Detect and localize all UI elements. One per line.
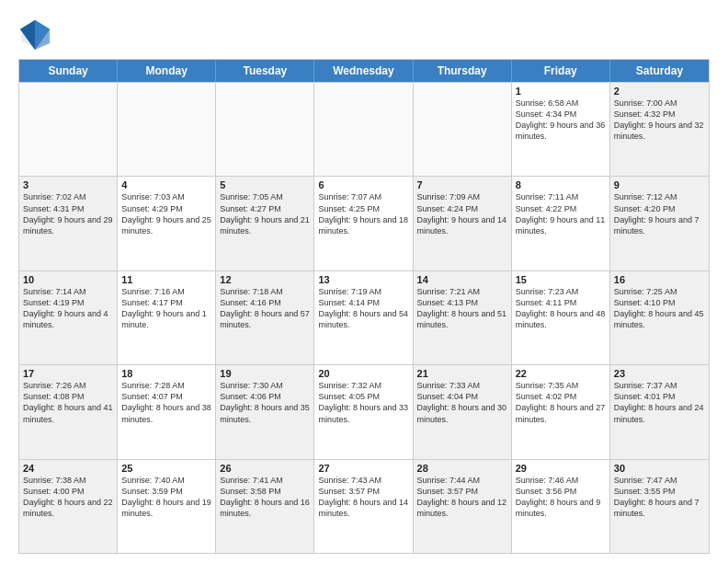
- page: SundayMondayTuesdayWednesdayThursdayFrid…: [0, 0, 728, 563]
- day-info: Sunrise: 7:00 AM Sunset: 4:32 PM Dayligh…: [614, 98, 705, 143]
- day-info: Sunrise: 7:46 AM Sunset: 3:56 PM Dayligh…: [516, 475, 606, 520]
- day-info: Sunrise: 7:37 AM Sunset: 4:01 PM Dayligh…: [614, 380, 705, 425]
- calendar-header: SundayMondayTuesdayWednesdayThursdayFrid…: [19, 60, 709, 82]
- day-number: 25: [121, 463, 211, 474]
- calendar: SundayMondayTuesdayWednesdayThursdayFrid…: [18, 59, 710, 554]
- calendar-row-0: 1Sunrise: 6:58 AM Sunset: 4:34 PM Daylig…: [19, 82, 709, 176]
- calendar-cell-4: 4Sunrise: 7:03 AM Sunset: 4:29 PM Daylig…: [118, 177, 216, 270]
- calendar-cell-7: 7Sunrise: 7:09 AM Sunset: 4:24 PM Daylig…: [414, 177, 512, 270]
- day-info: Sunrise: 7:43 AM Sunset: 3:57 PM Dayligh…: [318, 475, 408, 520]
- calendar-cell-24: 24Sunrise: 7:38 AM Sunset: 4:00 PM Dayli…: [19, 460, 118, 553]
- header-cell-saturday: Saturday: [610, 60, 709, 82]
- day-info: Sunrise: 7:16 AM Sunset: 4:17 PM Dayligh…: [121, 286, 211, 331]
- calendar-cell-22: 22Sunrise: 7:35 AM Sunset: 4:02 PM Dayli…: [512, 365, 610, 458]
- day-info: Sunrise: 7:09 AM Sunset: 4:24 PM Dayligh…: [417, 191, 507, 236]
- calendar-cell-empty-0-4: [414, 83, 512, 176]
- calendar-cell-21: 21Sunrise: 7:33 AM Sunset: 4:04 PM Dayli…: [414, 365, 512, 458]
- day-info: Sunrise: 7:30 AM Sunset: 4:06 PM Dayligh…: [220, 380, 310, 425]
- day-number: 5: [220, 179, 310, 190]
- day-number: 20: [318, 368, 408, 379]
- calendar-cell-16: 16Sunrise: 7:25 AM Sunset: 4:10 PM Dayli…: [610, 271, 709, 364]
- day-number: 7: [417, 179, 507, 190]
- day-number: 22: [516, 368, 606, 379]
- day-number: 2: [614, 86, 705, 97]
- calendar-cell-3: 3Sunrise: 7:02 AM Sunset: 4:31 PM Daylig…: [19, 177, 118, 270]
- day-info: Sunrise: 7:25 AM Sunset: 4:10 PM Dayligh…: [614, 286, 705, 331]
- day-info: Sunrise: 7:23 AM Sunset: 4:11 PM Dayligh…: [516, 286, 606, 331]
- logo-icon: [18, 18, 51, 52]
- day-number: 13: [318, 274, 408, 285]
- day-info: Sunrise: 7:03 AM Sunset: 4:29 PM Dayligh…: [121, 191, 211, 236]
- calendar-cell-23: 23Sunrise: 7:37 AM Sunset: 4:01 PM Dayli…: [610, 365, 709, 458]
- calendar-cell-27: 27Sunrise: 7:43 AM Sunset: 3:57 PM Dayli…: [314, 460, 413, 553]
- calendar-row-1: 3Sunrise: 7:02 AM Sunset: 4:31 PM Daylig…: [19, 176, 709, 270]
- calendar-cell-9: 9Sunrise: 7:12 AM Sunset: 4:20 PM Daylig…: [610, 177, 709, 270]
- day-number: 29: [516, 463, 606, 474]
- calendar-cell-26: 26Sunrise: 7:41 AM Sunset: 3:58 PM Dayli…: [216, 460, 314, 553]
- calendar-cell-11: 11Sunrise: 7:16 AM Sunset: 4:17 PM Dayli…: [118, 271, 216, 364]
- calendar-cell-29: 29Sunrise: 7:46 AM Sunset: 3:56 PM Dayli…: [512, 460, 610, 553]
- day-info: Sunrise: 7:40 AM Sunset: 3:59 PM Dayligh…: [121, 475, 211, 520]
- day-number: 17: [23, 368, 113, 379]
- day-number: 1: [516, 86, 606, 97]
- calendar-cell-12: 12Sunrise: 7:18 AM Sunset: 4:16 PM Dayli…: [216, 271, 314, 364]
- calendar-cell-6: 6Sunrise: 7:07 AM Sunset: 4:25 PM Daylig…: [314, 177, 413, 270]
- day-info: Sunrise: 7:35 AM Sunset: 4:02 PM Dayligh…: [516, 380, 606, 425]
- day-number: 6: [318, 179, 408, 190]
- day-info: Sunrise: 7:12 AM Sunset: 4:20 PM Dayligh…: [614, 191, 705, 236]
- calendar-cell-8: 8Sunrise: 7:11 AM Sunset: 4:22 PM Daylig…: [512, 177, 610, 270]
- day-number: 14: [417, 274, 507, 285]
- calendar-cell-10: 10Sunrise: 7:14 AM Sunset: 4:19 PM Dayli…: [19, 271, 118, 364]
- day-info: Sunrise: 7:11 AM Sunset: 4:22 PM Dayligh…: [516, 191, 606, 236]
- logo: [18, 18, 53, 52]
- calendar-cell-15: 15Sunrise: 7:23 AM Sunset: 4:11 PM Dayli…: [512, 271, 610, 364]
- day-number: 12: [220, 274, 310, 285]
- calendar-cell-empty-0-1: [118, 83, 216, 176]
- day-number: 27: [318, 463, 408, 474]
- calendar-cell-empty-0-2: [216, 83, 314, 176]
- day-info: Sunrise: 7:32 AM Sunset: 4:05 PM Dayligh…: [318, 380, 408, 425]
- calendar-cell-20: 20Sunrise: 7:32 AM Sunset: 4:05 PM Dayli…: [314, 365, 413, 458]
- header-cell-thursday: Thursday: [414, 60, 512, 82]
- day-info: Sunrise: 7:05 AM Sunset: 4:27 PM Dayligh…: [220, 191, 310, 236]
- day-info: Sunrise: 7:21 AM Sunset: 4:13 PM Dayligh…: [417, 286, 507, 331]
- calendar-row-3: 17Sunrise: 7:26 AM Sunset: 4:08 PM Dayli…: [19, 364, 709, 458]
- calendar-row-2: 10Sunrise: 7:14 AM Sunset: 4:19 PM Dayli…: [19, 270, 709, 364]
- day-number: 26: [220, 463, 310, 474]
- day-number: 10: [23, 274, 113, 285]
- calendar-cell-18: 18Sunrise: 7:28 AM Sunset: 4:07 PM Dayli…: [118, 365, 216, 458]
- calendar-cell-1: 1Sunrise: 6:58 AM Sunset: 4:34 PM Daylig…: [512, 83, 610, 176]
- calendar-row-4: 24Sunrise: 7:38 AM Sunset: 4:00 PM Dayli…: [19, 459, 709, 553]
- day-info: Sunrise: 7:19 AM Sunset: 4:14 PM Dayligh…: [318, 286, 408, 331]
- day-info: Sunrise: 7:41 AM Sunset: 3:58 PM Dayligh…: [220, 475, 310, 520]
- header-cell-sunday: Sunday: [19, 60, 118, 82]
- day-number: 4: [121, 179, 211, 190]
- day-number: 18: [121, 368, 211, 379]
- calendar-cell-19: 19Sunrise: 7:30 AM Sunset: 4:06 PM Dayli…: [216, 365, 314, 458]
- day-number: 21: [417, 368, 507, 379]
- calendar-cell-14: 14Sunrise: 7:21 AM Sunset: 4:13 PM Dayli…: [414, 271, 512, 364]
- day-number: 24: [23, 463, 113, 474]
- calendar-cell-empty-0-0: [19, 83, 118, 176]
- day-info: Sunrise: 7:47 AM Sunset: 3:55 PM Dayligh…: [614, 475, 705, 520]
- calendar-cell-28: 28Sunrise: 7:44 AM Sunset: 3:57 PM Dayli…: [414, 460, 512, 553]
- calendar-cell-25: 25Sunrise: 7:40 AM Sunset: 3:59 PM Dayli…: [118, 460, 216, 553]
- day-info: Sunrise: 7:44 AM Sunset: 3:57 PM Dayligh…: [417, 475, 507, 520]
- day-number: 11: [121, 274, 211, 285]
- day-info: Sunrise: 7:02 AM Sunset: 4:31 PM Dayligh…: [23, 191, 113, 236]
- header-cell-friday: Friday: [512, 60, 610, 82]
- day-info: Sunrise: 7:14 AM Sunset: 4:19 PM Dayligh…: [23, 286, 113, 331]
- day-number: 16: [614, 274, 705, 285]
- calendar-cell-17: 17Sunrise: 7:26 AM Sunset: 4:08 PM Dayli…: [19, 365, 118, 458]
- day-number: 19: [220, 368, 310, 379]
- calendar-cell-2: 2Sunrise: 7:00 AM Sunset: 4:32 PM Daylig…: [610, 83, 709, 176]
- header-cell-tuesday: Tuesday: [216, 60, 314, 82]
- day-info: Sunrise: 7:07 AM Sunset: 4:25 PM Dayligh…: [318, 191, 408, 236]
- day-info: Sunrise: 7:26 AM Sunset: 4:08 PM Dayligh…: [23, 380, 113, 425]
- day-number: 9: [614, 179, 705, 190]
- calendar-cell-13: 13Sunrise: 7:19 AM Sunset: 4:14 PM Dayli…: [314, 271, 413, 364]
- day-number: 15: [516, 274, 606, 285]
- calendar-body: 1Sunrise: 6:58 AM Sunset: 4:34 PM Daylig…: [19, 82, 709, 553]
- day-info: Sunrise: 6:58 AM Sunset: 4:34 PM Dayligh…: [516, 98, 606, 143]
- day-info: Sunrise: 7:38 AM Sunset: 4:00 PM Dayligh…: [23, 475, 113, 520]
